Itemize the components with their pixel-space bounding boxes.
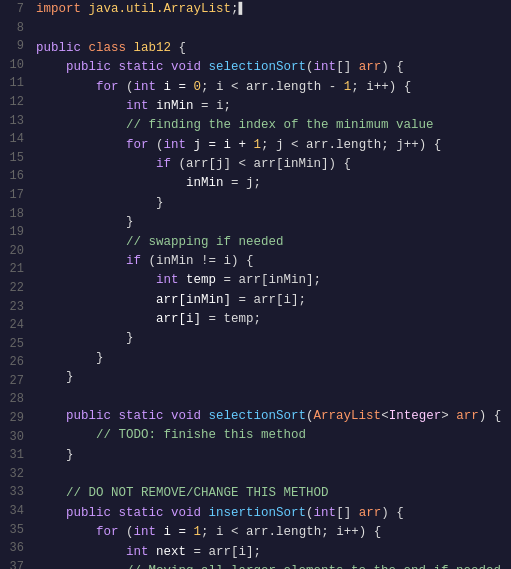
- token: [36, 118, 126, 132]
- token: [36, 486, 66, 500]
- line-number: 25: [4, 335, 24, 354]
- token: for: [126, 138, 156, 152]
- line-number: 35: [4, 521, 24, 540]
- token: [36, 545, 126, 559]
- token: int: [126, 545, 156, 559]
- token: [36, 176, 186, 190]
- token: arr[i]: [156, 312, 209, 326]
- token: public: [66, 60, 119, 74]
- line-number: 20: [4, 242, 24, 261]
- line-number: 28: [4, 390, 24, 409]
- token: []: [336, 60, 359, 74]
- token: int: [314, 506, 337, 520]
- code-line: }: [36, 213, 507, 232]
- token: ; i < arr.length; i++) {: [201, 525, 381, 539]
- token: static: [119, 506, 172, 520]
- token: [36, 370, 66, 384]
- token: (inMin != i) {: [149, 254, 254, 268]
- token: inMin: [156, 99, 201, 113]
- token: ;: [231, 2, 239, 16]
- token: = arr[i];: [194, 545, 262, 559]
- token: // Moving all larger elements to the end…: [126, 564, 501, 569]
- token: i: [164, 80, 179, 94]
- line-number: 27: [4, 372, 24, 391]
- line-number: 22: [4, 279, 24, 298]
- token: [36, 138, 126, 152]
- token: public: [66, 409, 119, 423]
- code-line: for (int i = 1; i < arr.length; i++) {: [36, 523, 507, 542]
- token: = arr[i];: [239, 293, 307, 307]
- code-line: [36, 388, 507, 407]
- token: insertionSort: [209, 506, 307, 520]
- token: [36, 273, 156, 287]
- token: [36, 196, 156, 210]
- token: }: [126, 331, 134, 345]
- token: i: [164, 525, 179, 539]
- token: [36, 525, 96, 539]
- token: = i;: [201, 99, 231, 113]
- code-line: // TODO: finishe this method: [36, 426, 507, 445]
- token: arr[inMin]: [156, 293, 239, 307]
- token: import: [36, 2, 89, 16]
- token: = j;: [231, 176, 261, 190]
- line-number: 26: [4, 353, 24, 372]
- token: ▌: [239, 2, 247, 16]
- line-number: 18: [4, 205, 24, 224]
- token: Integer: [389, 409, 442, 423]
- token: =: [179, 525, 194, 539]
- code-line: }: [36, 194, 507, 213]
- token: ) {: [381, 506, 404, 520]
- line-number: 9: [4, 37, 24, 56]
- token: class: [89, 41, 134, 55]
- line-number: 37: [4, 558, 24, 569]
- code-line: // DO NOT REMOVE/CHANGE THIS METHOD: [36, 484, 507, 503]
- code-editor: 7891011121314151617181920212223242526272…: [0, 0, 511, 569]
- line-number: 12: [4, 93, 24, 112]
- token: java.util.ArrayList: [89, 2, 232, 16]
- token: 1: [254, 138, 262, 152]
- line-numbers: 7891011121314151617181920212223242526272…: [0, 0, 32, 569]
- token: // TODO: finishe this method: [96, 428, 306, 442]
- code-content[interactable]: import java.util.ArrayList;▌ public clas…: [32, 0, 511, 569]
- token: }: [156, 196, 164, 210]
- token: arr: [359, 506, 382, 520]
- token: = arr[inMin];: [224, 273, 322, 287]
- token: [36, 312, 156, 326]
- line-number: 29: [4, 409, 24, 428]
- token: if: [156, 157, 179, 171]
- line-number: 7: [4, 0, 24, 19]
- token: (: [126, 525, 134, 539]
- line-number: 32: [4, 465, 24, 484]
- token: <: [381, 409, 389, 423]
- code-line: import java.util.ArrayList;▌: [36, 0, 507, 19]
- token: ) {: [479, 409, 502, 423]
- token: arr: [359, 60, 382, 74]
- code-line: public static void insertionSort(int[] a…: [36, 504, 507, 523]
- line-number: 23: [4, 298, 24, 317]
- token: void: [171, 409, 209, 423]
- line-number: 8: [4, 19, 24, 38]
- token: 0: [194, 80, 202, 94]
- token: // DO NOT REMOVE/CHANGE THIS METHOD: [66, 486, 329, 500]
- line-number: 10: [4, 56, 24, 75]
- token: }: [66, 448, 74, 462]
- token: ; j < arr.length; j++) {: [261, 138, 441, 152]
- token: int: [126, 99, 156, 113]
- token: = i +: [209, 138, 254, 152]
- line-number: 17: [4, 186, 24, 205]
- line-number: 14: [4, 130, 24, 149]
- token: lab12: [134, 41, 179, 55]
- token: [36, 351, 96, 365]
- token: for: [96, 525, 126, 539]
- code-line: if (inMin != i) {: [36, 252, 507, 271]
- code-line: arr[i] = temp;: [36, 310, 507, 329]
- token: 1: [194, 525, 202, 539]
- token: ; i < arr.length -: [201, 80, 344, 94]
- line-number: 16: [4, 167, 24, 186]
- line-number: 33: [4, 483, 24, 502]
- token: }: [126, 215, 134, 229]
- token: j: [194, 138, 209, 152]
- token: ArrayList: [314, 409, 382, 423]
- line-number: 34: [4, 502, 24, 521]
- token: (: [306, 506, 314, 520]
